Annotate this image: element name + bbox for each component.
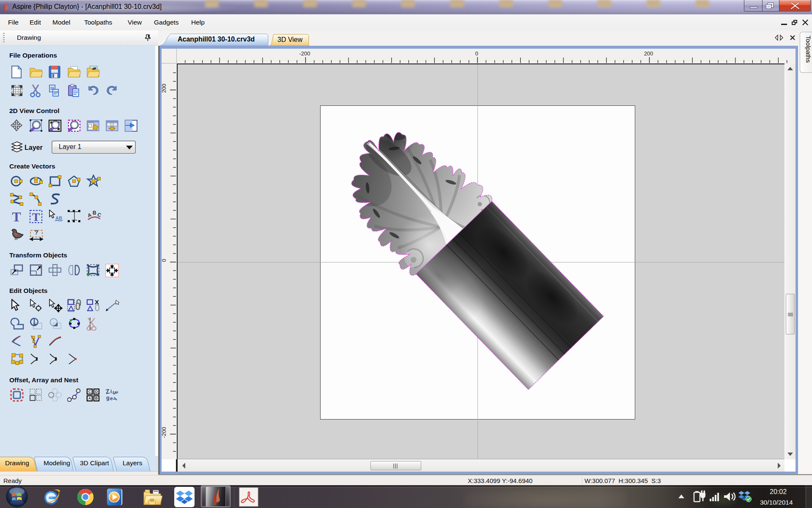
svg-text:AB: AB: [55, 215, 62, 221]
svg-text:B: B: [93, 210, 96, 216]
svg-text:?: ?: [35, 229, 38, 236]
svg-text:s: s: [115, 391, 120, 394]
svg-text:C: C: [88, 389, 91, 394]
svg-text:Z: Z: [105, 388, 110, 395]
svg-text:g: g: [106, 395, 110, 401]
svg-text:C: C: [97, 212, 102, 218]
svg-text:T: T: [32, 210, 40, 224]
svg-text:i: i: [110, 389, 112, 395]
svg-text:A: A: [87, 212, 92, 218]
svg-text:0: 0: [475, 50, 478, 57]
svg-text:B: B: [95, 396, 98, 400]
svg-text:200: 200: [644, 50, 653, 57]
svg-text:D: D: [95, 389, 98, 394]
svg-text:A: A: [88, 396, 91, 400]
svg-text:0: 0: [162, 259, 167, 262]
svg-text:-200: -200: [162, 427, 167, 438]
svg-text:200: 200: [162, 84, 167, 93]
svg-text:T: T: [12, 210, 21, 224]
svg-text:-200: -200: [299, 50, 310, 57]
